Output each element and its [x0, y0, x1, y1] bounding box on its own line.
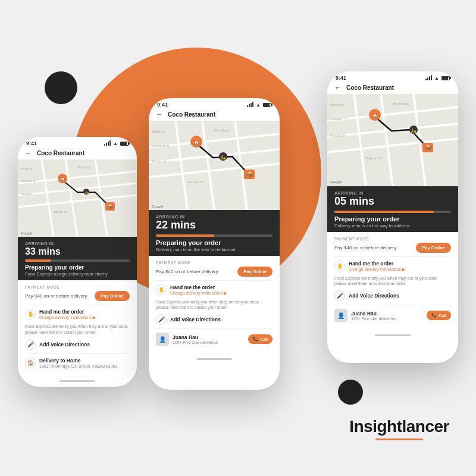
driver-info-right: Juana Rau 100+ Five star deliveries — [351, 311, 423, 321]
pay-btn-right[interactable]: Pay Online — [416, 243, 451, 253]
arriving-label-left: ARRIVING IN — [25, 242, 130, 246]
bottom-line-right — [375, 334, 411, 336]
payment-label-center: PAYMENT MODE — [156, 261, 273, 265]
phone-right: 9:41 ▲ ← Coco Restaurant Worth St Leonar… — [327, 71, 458, 363]
svg-text:🏠: 🏠 — [193, 139, 199, 145]
card-section-left: PAYMENT MODE Pay $40 on or before delive… — [18, 280, 137, 377]
driver-info-center: Juana Rau 100+ Five star deliveries — [173, 334, 245, 345]
svg-text:Google: Google — [152, 205, 164, 208]
bottom-bar-right — [327, 330, 458, 340]
battery-icon-center — [263, 103, 271, 107]
order-title-center: Preparing your order — [156, 239, 273, 246]
bottom-bar-center — [149, 354, 280, 364]
divider-2-left — [25, 353, 130, 354]
hand-me-row-right: ✋ Hand me the order Change delivery inst… — [334, 261, 451, 272]
home-icon: 🏠 — [25, 358, 36, 368]
card-section-right: PAYMENT MODE Pay $40 on or before delive… — [327, 232, 458, 331]
svg-text:Google: Google — [21, 231, 33, 235]
map-left: Worth St Leonard St Broadway Warren St R… — [18, 159, 137, 237]
svg-text:Broadway: Broadway — [393, 102, 409, 105]
svg-text:Reade St: Reade St — [21, 192, 33, 196]
voice-row-right: 🎤 Add Voice Directions — [334, 290, 451, 301]
header-title-right: Coco Restaurant — [346, 84, 394, 91]
arriving-time-right: 05 mins — [334, 195, 451, 208]
pay-btn-left[interactable]: Pay Online — [95, 291, 130, 301]
progress-bg-center — [156, 234, 273, 237]
status-time-left: 9:41 — [26, 140, 37, 146]
svg-rect-0 — [18, 159, 137, 237]
voice-text-center[interactable]: Add Voice Directions — [170, 317, 221, 322]
order-sub-right: Delivery man is on the way to address — [334, 223, 451, 228]
brand-section: Insightlancer — [349, 417, 449, 440]
phone-header-right: ← Coco Restaurant — [327, 82, 458, 94]
notify-text-center: Food Express will notify you when they a… — [156, 299, 273, 311]
map-right: Worth St Leonard St Broadway Warren St R… — [327, 94, 458, 186]
svg-text:Warren St: Warren St — [187, 180, 203, 184]
delivery-home-row: 🏠 Delivery to Home 1901 Thornridge Cir. … — [25, 358, 130, 368]
phone-header-left: ← Coco Restaurant — [18, 148, 137, 159]
back-arrow-center[interactable]: ← — [156, 110, 163, 118]
signal-icon — [104, 141, 111, 146]
svg-text:🏠: 🏠 — [60, 176, 65, 181]
status-bar-center: 9:41 ▲ — [149, 98, 280, 109]
divider-1-center — [156, 280, 273, 281]
arriving-time-left: 33 mins — [25, 246, 130, 257]
svg-text:🏠: 🏠 — [372, 112, 378, 118]
payment-text-left: Pay $40 on or before delivery — [25, 293, 87, 299]
arriving-label-center: ARRIVING IN — [156, 215, 273, 219]
progress-fill-left — [25, 259, 51, 262]
payment-text-center: Pay $40 on or before delivery — [156, 269, 218, 274]
card-section-center: PAYMENT MODE Pay $40 on or before delive… — [149, 256, 280, 355]
status-icons-center: ▲ — [247, 102, 271, 108]
status-bar-right: 9:41 ▲ — [327, 71, 458, 82]
mic-icon-right: 🎤 — [334, 290, 345, 301]
svg-text:Warren St: Warren St — [366, 156, 382, 160]
svg-text:Broadway: Broadway — [214, 129, 230, 132]
svg-text:📦: 📦 — [425, 144, 432, 151]
wifi-icon-center: ▲ — [256, 102, 261, 108]
call-btn-center[interactable]: 📞 Call — [248, 334, 273, 344]
wifi-icon-right: ▲ — [434, 76, 439, 81]
brand-underline — [375, 439, 423, 440]
status-time-right: 9:41 — [336, 75, 346, 81]
back-arrow-left[interactable]: ← — [25, 149, 32, 157]
payment-row-left: Pay $40 on or before delivery Pay Online — [25, 291, 130, 301]
arriving-label-right: ARRIVING IN — [334, 191, 451, 195]
status-time-center: 9:41 — [157, 102, 168, 108]
payment-row-right: Pay $40 on or before delivery Pay Online — [334, 243, 451, 253]
svg-text:🛵: 🛵 — [84, 190, 89, 195]
notify-text-left: Food Express will notify you when they a… — [25, 324, 130, 336]
bottom-bar-left — [18, 377, 137, 386]
payment-row-center: Pay $40 on or before delivery Pay Online — [156, 267, 273, 277]
svg-text:Google: Google — [330, 180, 342, 184]
hand-icon-right: ✋ — [334, 261, 345, 271]
voice-text-left[interactable]: Add Voice Directions — [39, 342, 90, 347]
status-bar-left: 9:41 ▲ — [18, 137, 137, 148]
notify-text-right: Food Express will notify you when they a… — [334, 275, 451, 287]
brand-name: Insightlancer — [349, 417, 449, 436]
bg-dot-top — [45, 71, 77, 104]
header-title-center: Coco Restaurant — [168, 111, 215, 118]
status-icons-right: ▲ — [425, 76, 450, 81]
hand-me-text-left: Hand me the order Change delivery instru… — [39, 309, 96, 320]
order-title-right: Preparing your order — [334, 215, 451, 223]
bottom-line-center — [196, 358, 232, 360]
order-sub-left: Food Express assign delivery man shortly — [25, 271, 130, 277]
hand-me-text-right: Hand me the order Change delivery instru… — [349, 261, 405, 272]
back-arrow-right[interactable]: ← — [334, 83, 342, 92]
signal-icon-right — [425, 76, 432, 80]
svg-text:Reade St: Reade St — [330, 134, 345, 137]
voice-row-center: 🎤 Add Voice Directions — [156, 314, 273, 325]
delivery-info-center: ARRIVING IN 22 mins Preparing your order… — [149, 210, 280, 256]
delivery-home-text: Delivery to Home 1901 Thornridge Cir. Sh… — [39, 358, 117, 368]
call-btn-right[interactable]: 📞 Call — [427, 311, 451, 320]
order-title-left: Preparing your order — [25, 264, 130, 271]
pay-btn-center[interactable]: Pay Online — [237, 267, 273, 277]
wifi-icon: ▲ — [113, 141, 118, 146]
payment-label-right: PAYMENT MODE — [334, 237, 451, 241]
voice-text-right[interactable]: Add Voice Directions — [349, 293, 399, 299]
battery-icon — [120, 142, 129, 146]
svg-text:Worth St: Worth St — [21, 167, 33, 171]
svg-text:Broadway: Broadway — [77, 165, 91, 169]
order-sub-center: Delivery man is on the way to restaurant — [156, 247, 273, 252]
